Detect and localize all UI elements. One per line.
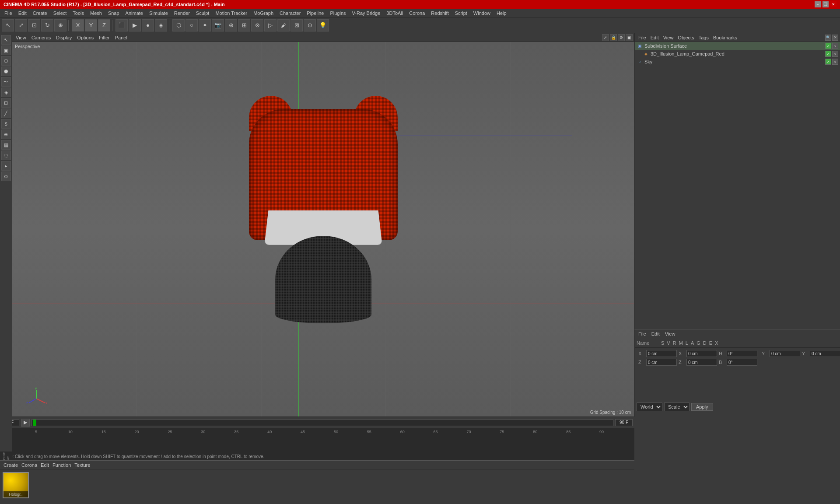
vp-menu-panel[interactable]: Panel xyxy=(113,35,129,41)
coord-z-pos-field[interactable] xyxy=(646,359,677,366)
menu-item-window[interactable]: Window xyxy=(471,10,493,17)
vp-menu-view[interactable]: View xyxy=(14,35,28,41)
menu-item-edit[interactable]: Edit xyxy=(16,10,29,17)
tool-brush[interactable]: ⊞ xyxy=(1,98,11,108)
toolbar-z[interactable]: Z xyxy=(98,19,110,32)
coord-x-scale-field[interactable] xyxy=(686,350,717,357)
am-menu-file[interactable]: File xyxy=(637,331,648,336)
menu-item-help[interactable]: Help xyxy=(494,10,509,17)
toolbar-sphere[interactable]: ○ xyxy=(186,19,198,32)
tool-line[interactable]: ╱ xyxy=(1,108,11,118)
coord-y-pos-field[interactable] xyxy=(770,350,800,357)
timeline-scrubber[interactable] xyxy=(32,419,613,426)
toolbar-effector[interactable]: ⊗ xyxy=(251,19,263,32)
menu-item-simulate[interactable]: Simulate xyxy=(147,10,171,17)
menu-item-animate[interactable]: Animate xyxy=(123,10,146,17)
material-holographic[interactable]: Hologr.. xyxy=(3,472,29,498)
am-menu-edit[interactable]: Edit xyxy=(650,331,662,336)
menu-item-file[interactable]: File xyxy=(2,10,15,17)
menu-item-mograph[interactable]: MoGraph xyxy=(251,10,276,17)
coord-tab-e[interactable]: E xyxy=(708,340,713,346)
object-row-subdivision[interactable]: ▣ Subdivision Surface ✓ x xyxy=(635,42,840,50)
vp-menu-options[interactable]: Options xyxy=(75,35,95,41)
toolbar-tag[interactable]: ▷ xyxy=(264,19,276,32)
toolbar-move[interactable]: ⤢ xyxy=(15,19,27,32)
vp-settings-btn[interactable]: ⚙ xyxy=(618,34,625,41)
menu-item-plugins[interactable]: Plugins xyxy=(327,10,348,17)
om-menu-bookmarks[interactable]: Bookmarks xyxy=(711,35,739,40)
timeline-track[interactable] xyxy=(0,435,634,453)
toolbar-deform[interactable]: ⊞ xyxy=(238,19,250,32)
coord-tab-l[interactable]: L xyxy=(685,340,689,346)
om-close-btn[interactable]: ✕ xyxy=(832,35,838,41)
lamp-tag-check[interactable]: ✓ xyxy=(825,51,831,57)
toolbar-add[interactable]: ⊕ xyxy=(54,19,66,32)
timeline-scrub[interactable]: ▶ xyxy=(21,419,30,427)
om-menu-edit[interactable]: Edit xyxy=(649,35,661,40)
object-row-lamp[interactable]: ◈ 3D_Illusion_Lamp_Gamepad_Red ✓ x xyxy=(635,50,840,58)
vp-menu-display[interactable]: Display xyxy=(54,35,74,41)
coord-z-scale-field[interactable] xyxy=(686,359,717,366)
tool-extra1[interactable]: ▸ xyxy=(1,161,11,171)
menu-item-v-ray-bridge[interactable]: V-Ray Bridge xyxy=(350,10,383,17)
tool-measure[interactable]: $ xyxy=(1,119,11,129)
sky-tag-check[interactable]: ✓ xyxy=(825,59,831,65)
coord-tab-m[interactable]: M xyxy=(678,340,684,346)
toolbar-points[interactable]: ⬛ xyxy=(116,19,128,32)
toolbar-cube[interactable]: ⬡ xyxy=(172,19,185,32)
viewport-canvas[interactable]: Perspective Grid Spacing : 10 cm x y z xyxy=(12,42,634,416)
apply-button[interactable]: Apply xyxy=(691,403,713,411)
toolbar-magnet[interactable]: ⊙ xyxy=(304,19,316,32)
om-menu-objects[interactable]: Objects xyxy=(676,35,696,40)
tool-spline[interactable]: 〜 xyxy=(1,77,11,87)
tool-extra2[interactable]: ⊙ xyxy=(1,172,11,181)
lamp-tag-x[interactable]: x xyxy=(832,51,838,57)
menu-item-character[interactable]: Character xyxy=(277,10,303,17)
vp-menu-filter[interactable]: Filter xyxy=(97,35,111,41)
toolbar-material[interactable]: ◈ xyxy=(155,19,167,32)
tool-mesh[interactable]: ⬡ xyxy=(1,56,11,66)
coord-tab-a[interactable]: A xyxy=(690,340,695,346)
mat-menu-corona[interactable]: Corona xyxy=(21,462,37,468)
menu-item-select[interactable]: Select xyxy=(51,10,70,17)
toolbar-scale[interactable]: ⊡ xyxy=(28,19,40,32)
coord-h-field[interactable] xyxy=(727,350,757,357)
coord-tab-g[interactable]: G xyxy=(696,340,701,346)
tool-checkerboard[interactable]: ▣ xyxy=(1,46,11,55)
vp-menu-cameras[interactable]: Cameras xyxy=(30,35,53,41)
toolbar-bullet[interactable]: 💡 xyxy=(317,19,329,32)
mat-menu-create[interactable]: Create xyxy=(4,462,18,468)
coord-b-field[interactable] xyxy=(727,359,757,366)
coord-tab-r[interactable]: R xyxy=(672,340,677,346)
toolbar-x[interactable]: X xyxy=(72,19,84,32)
om-search-btn[interactable]: 🔍 xyxy=(825,35,831,41)
menu-item-redshift[interactable]: Redshift xyxy=(428,10,451,17)
vp-expand-btn[interactable]: ⤢ xyxy=(602,34,609,41)
minimize-button[interactable]: − xyxy=(815,1,821,7)
sky-tag-x[interactable]: x xyxy=(832,59,838,65)
menu-item-tools[interactable]: Tools xyxy=(70,10,87,17)
close-button[interactable]: ✕ xyxy=(830,1,836,7)
coord-x-pos-field[interactable] xyxy=(646,350,677,357)
coord-tab-v[interactable]: V xyxy=(666,340,671,346)
mat-menu-edit[interactable]: Edit xyxy=(41,462,49,468)
toolbar-arrow[interactable]: ↖ xyxy=(2,19,14,32)
mat-menu-texture[interactable]: Texture xyxy=(74,462,90,468)
toolbar-render[interactable]: ● xyxy=(142,19,154,32)
toolbar-null[interactable]: ⊕ xyxy=(225,19,237,32)
vp-panel-btn[interactable]: ▣ xyxy=(626,34,633,41)
menu-item-snap[interactable]: Snap xyxy=(105,10,122,17)
om-menu-tags[interactable]: Tags xyxy=(697,35,710,40)
coord-y-scale-field[interactable] xyxy=(810,350,840,357)
end-frame-field[interactable] xyxy=(615,419,633,426)
menu-item-pipeline[interactable]: Pipeline xyxy=(304,10,326,17)
coord-tab-x[interactable]: X xyxy=(714,340,719,346)
om-menu-file[interactable]: File xyxy=(637,35,648,40)
vp-lock-btn[interactable]: 🔒 xyxy=(610,34,617,41)
toolbar-snap[interactable]: ⊠ xyxy=(290,19,303,32)
tool-obj2[interactable]: ◈ xyxy=(1,88,11,97)
coord-tab-d[interactable]: D xyxy=(702,340,707,346)
toolbar-paint[interactable]: 🖌 xyxy=(277,19,290,32)
scale-select[interactable]: Scale xyxy=(664,402,690,411)
menu-item-script[interactable]: Script xyxy=(452,10,470,17)
